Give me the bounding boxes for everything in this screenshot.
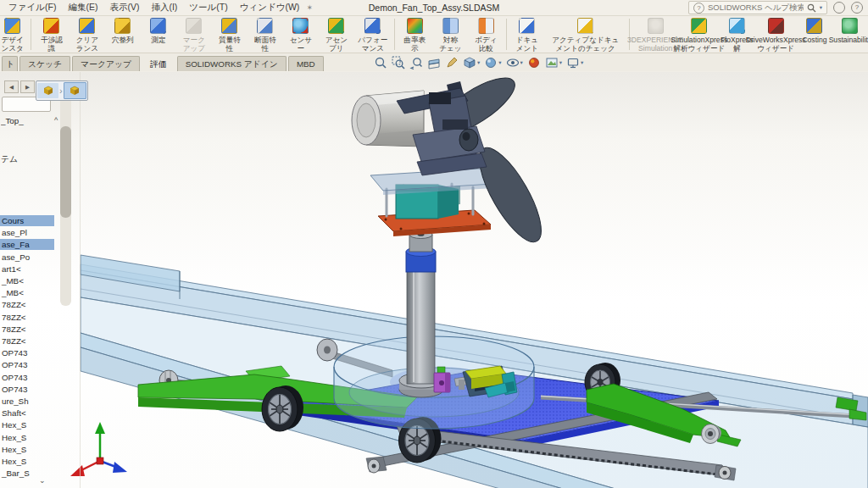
- ribbon-button-label: Costing: [802, 36, 826, 44]
- menu-item-0[interactable]: ファイル(F): [8, 2, 56, 14]
- ribbon-button-section-properties[interactable]: 断面特 性: [248, 16, 283, 53]
- annotations-icon[interactable]: [444, 55, 459, 70]
- tree-item[interactable]: Hex_S: [0, 432, 54, 443]
- ribbon-button-curvature[interactable]: 曲率表 示: [397, 16, 432, 53]
- tab-evaluate[interactable]: 評価: [142, 56, 175, 71]
- tree-item[interactable]: _MB<: [0, 287, 54, 298]
- selection-breadcrumb: ›: [36, 80, 88, 101]
- ribbon-button-design-study[interactable]: デザインスタディ: [0, 16, 28, 53]
- tree-item[interactable]: art1<: [0, 263, 54, 274]
- body-compare-icon: [478, 18, 494, 34]
- breadcrumb-component-icon[interactable]: [64, 82, 86, 99]
- tree-item[interactable]: Shaft<: [0, 408, 54, 419]
- tree-item[interactable]: 78ZZ<: [0, 324, 54, 335]
- graphics-area[interactable]: ◀ ▶ _Top_ ^ テム Coursase_Plase_Faase_Poar…: [0, 72, 868, 488]
- tree-sub-item[interactable]: テム: [1, 154, 18, 165]
- ribbon-button-label: センサー: [287, 36, 315, 53]
- ribbon-button-performance-evaluation[interactable]: パフォーマンス 評価: [354, 16, 392, 53]
- tree-item[interactable]: Hex_S: [0, 456, 54, 467]
- command-manager-ribbon: デザインスタディ干渉認 識クリアランス 検証穴整列測定マークアップ質量特 性断面…: [0, 16, 868, 53]
- apply-scene-icon[interactable]: ▾: [544, 55, 563, 70]
- tree-item[interactable]: 78ZZ<: [0, 299, 54, 310]
- tree-item[interactable]: ase_Fa: [0, 239, 54, 250]
- search-placeholder: SOLIDWORKS ヘルプ検索: [708, 3, 804, 14]
- panel-nav-right-icon[interactable]: ▶: [20, 80, 35, 93]
- simulationxpress-icon: [691, 18, 707, 34]
- tab-sketch[interactable]: スケッチ: [19, 56, 70, 71]
- tree-item[interactable]: 78ZZ<: [0, 336, 54, 347]
- view-settings-icon[interactable]: ▾: [565, 55, 584, 70]
- tree-item[interactable]: OP743: [0, 359, 54, 370]
- model-fan-head[interactable]: [352, 72, 553, 250]
- zoom-area-icon[interactable]: [391, 55, 406, 70]
- ribbon-button-body-compare[interactable]: ボディ 比較: [468, 16, 504, 53]
- check-active-document-icon: [577, 18, 593, 34]
- tab-solidworks-addins[interactable]: SOLIDWORKS アドイン: [177, 56, 287, 71]
- user-account-icon[interactable]: [833, 2, 845, 14]
- tree-item[interactable]: Cours: [0, 215, 54, 226]
- search-icon[interactable]: [807, 3, 816, 13]
- zoom-fit-icon[interactable]: [373, 55, 388, 70]
- tree-item[interactable]: Hex_S: [0, 419, 54, 430]
- assembly-visualization-icon: [328, 18, 344, 34]
- tree-item[interactable]: OP743: [0, 347, 54, 358]
- tree-item[interactable]: OP743: [0, 384, 54, 395]
- breadcrumb-component-icon[interactable]: [37, 83, 58, 98]
- section-view-icon[interactable]: [426, 55, 442, 70]
- ribbon-button-interference[interactable]: 干渉認 識: [34, 16, 70, 53]
- tree-item[interactable]: ase_Pl: [0, 227, 54, 238]
- help-icon[interactable]: ?: [851, 2, 863, 14]
- ribbon-button-driveworksxpress[interactable]: DriveWorksXpress ウィザード: [754, 16, 797, 53]
- floxpress-icon: [729, 18, 745, 34]
- view-orientation-icon[interactable]: ▾: [462, 55, 481, 70]
- tree-item[interactable]: ase_Po: [0, 252, 54, 263]
- mass-properties-icon: [221, 18, 237, 34]
- ribbon-button-symmetry-check[interactable]: 対称 チェック: [432, 16, 468, 53]
- tree-item[interactable]: ure_Sh: [0, 396, 54, 407]
- menu-item-2[interactable]: 表示(V): [109, 2, 139, 14]
- pin-icon[interactable]: ✶: [306, 3, 313, 12]
- ribbon-button-clearance[interactable]: クリアランス 検証: [70, 16, 105, 53]
- previous-view-icon[interactable]: [409, 55, 424, 70]
- sustainability-icon: [842, 18, 858, 34]
- heads-up-view-toolbar: ▾▾▾▾▾: [373, 55, 584, 70]
- tree-item[interactable]: 78ZZ<: [0, 312, 54, 323]
- tree-item[interactable]: _MB<: [0, 275, 54, 286]
- edit-appearance-icon[interactable]: [526, 55, 542, 70]
- tab-mbd[interactable]: MBD: [288, 56, 324, 71]
- help-search-box[interactable]: ? SOLIDWORKS ヘルプ検索 ▾: [688, 1, 827, 14]
- ribbon-button-assembly-visualization[interactable]: アセンブリ 可視化: [319, 16, 354, 53]
- menu-item-4[interactable]: ツール(T): [189, 2, 227, 14]
- panel-tab-nav: ◀ ▶: [4, 80, 35, 93]
- tab-layout-partial[interactable]: ト: [2, 56, 18, 71]
- tree-item[interactable]: Hex_S: [0, 444, 54, 455]
- help-circle-icon: ?: [693, 3, 704, 14]
- ribbon-button-check-active-document[interactable]: アクティブなドキュメントのチェック▾: [545, 16, 626, 53]
- ribbon-button-hole-alignment[interactable]: 穴整列: [105, 16, 141, 53]
- ribbon-button-measure[interactable]: 測定: [141, 16, 176, 53]
- menu-item-1[interactable]: 編集(E): [68, 2, 97, 14]
- menu-item-5[interactable]: ウィンドウ(W): [240, 2, 300, 14]
- ribbon-button-label: 断面特 性: [254, 36, 276, 53]
- ribbon-button-mass-properties[interactable]: 質量特 性: [212, 16, 248, 53]
- 3dexperience-icon: [648, 18, 664, 34]
- tree-more-icon[interactable]: ⌄: [39, 476, 46, 485]
- tab-markup[interactable]: マークアップ: [72, 56, 140, 71]
- menu-item-3[interactable]: 挿入(I): [151, 2, 177, 14]
- ribbon-button-label: Sustainability: [829, 36, 868, 44]
- ribbon-button-document-compare[interactable]: ドキュメント 比較: [509, 16, 545, 53]
- viewport-canvas[interactable]: [0, 72, 868, 488]
- hide-show-items-icon[interactable]: ▾: [505, 55, 524, 70]
- collapse-arrow-icon[interactable]: ^: [54, 116, 58, 125]
- tree-scrollbar-thumb[interactable]: [60, 126, 71, 218]
- ribbon-button-costing[interactable]: Costing: [797, 16, 832, 53]
- search-dropdown-caret[interactable]: ▾: [820, 4, 822, 11]
- feature-manager-tree: ◀ ▶ _Top_ ^ テム Coursase_Plase_Faase_Poar…: [0, 72, 81, 488]
- ribbon-button-sensor[interactable]: センサー: [283, 16, 319, 53]
- tree-item[interactable]: _Bar_S: [0, 468, 54, 479]
- display-style-icon[interactable]: ▾: [483, 55, 502, 70]
- tree-item[interactable]: OP743: [0, 372, 54, 383]
- panel-nav-left-icon[interactable]: ◀: [4, 80, 19, 93]
- ribbon-button-simulationxpress[interactable]: SimulationXpress 解析ウィザード: [679, 16, 719, 53]
- ribbon-button-sustainability[interactable]: Sustainability: [832, 16, 868, 53]
